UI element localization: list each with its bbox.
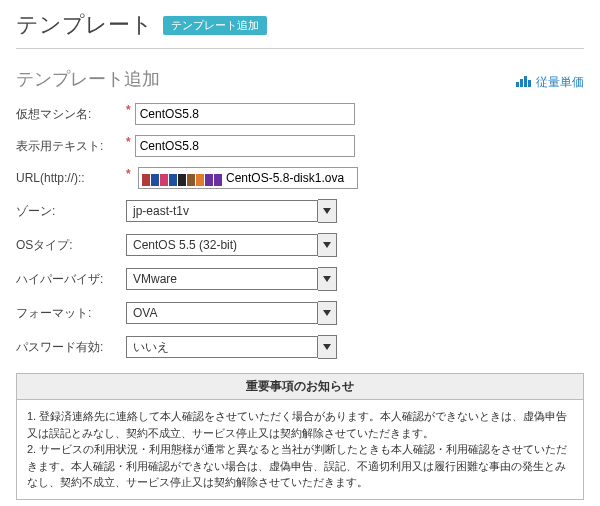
os-type-label: OSタイプ: [16,237,126,254]
password-enabled-label: パスワード有効: [16,339,126,356]
password-enabled-select-value: いいえ [126,336,318,358]
important-notice-line2: 2. サービスの利用状況・利用態様が通常と異なると当社が判断したときも本人確認・… [27,441,573,491]
chart-icon [516,75,532,90]
vm-name-input[interactable] [135,103,355,125]
url-label: URL(http://):: [16,171,126,185]
url-mask-overlay [142,174,222,186]
svg-rect-3 [528,80,531,87]
svg-rect-1 [520,79,523,87]
format-select-value: OVA [126,302,318,324]
zone-label: ゾーン: [16,203,126,220]
hypervisor-select[interactable]: VMware [126,267,337,291]
svg-marker-5 [323,242,331,248]
format-select[interactable]: OVA [126,301,337,325]
chevron-down-icon [318,267,337,291]
zone-select-value: jp-east-t1v [126,200,318,222]
chevron-down-icon [318,335,337,359]
vm-name-label: 仮想マシン名: [16,106,126,123]
svg-rect-2 [524,76,527,87]
required-mark: * [126,135,131,149]
important-notice-line1: 1. 登録済連絡先に連絡して本人確認をさせていただく場合があります。本人確認がで… [27,408,573,441]
display-text-label: 表示用テキスト: [16,138,126,155]
chevron-down-icon [318,199,337,223]
metered-price-link[interactable]: 従量単価 [516,74,584,91]
header-add-template-button[interactable]: テンプレート追加 [163,16,267,35]
important-notice-title: 重要事項のお知らせ [17,374,583,400]
metered-price-label: 従量単価 [536,74,584,91]
password-enabled-select[interactable]: いいえ [126,335,337,359]
required-mark: * [126,167,131,181]
format-label: フォーマット: [16,305,126,322]
chevron-down-icon [318,233,337,257]
os-type-select[interactable]: CentOS 5.5 (32-bit) [126,233,337,257]
required-mark: * [126,103,131,117]
page-title: テンプレート [16,10,153,40]
chevron-down-icon [318,301,337,325]
important-notice-box: 重要事項のお知らせ 1. 登録済連絡先に連絡して本人確認をさせていただく場合があ… [16,373,584,500]
hypervisor-label: ハイパーバイザ: [16,271,126,288]
svg-marker-8 [323,344,331,350]
zone-select[interactable]: jp-east-t1v [126,199,337,223]
section-title: テンプレート追加 [16,67,160,91]
svg-rect-0 [516,82,519,87]
svg-marker-6 [323,276,331,282]
svg-marker-4 [323,208,331,214]
hypervisor-select-value: VMware [126,268,318,290]
display-text-input[interactable] [135,135,355,157]
svg-marker-7 [323,310,331,316]
os-type-select-value: CentOS 5.5 (32-bit) [126,234,318,256]
